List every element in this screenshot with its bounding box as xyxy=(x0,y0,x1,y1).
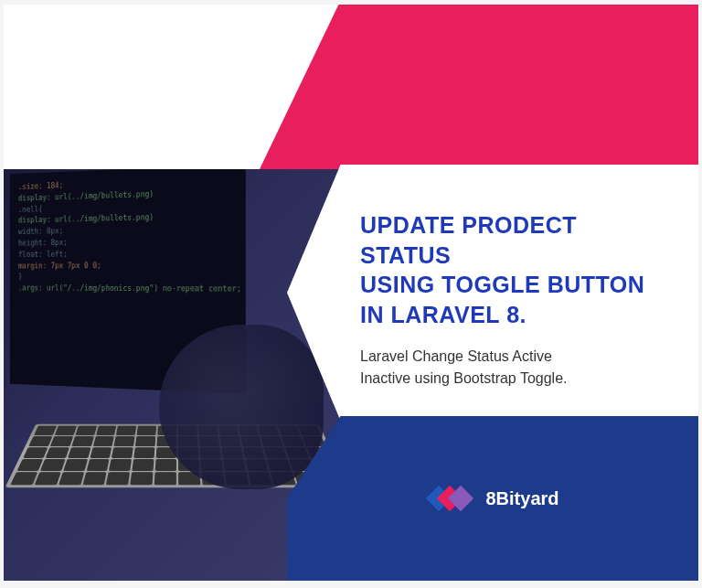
subtitle-line-2: Inactive using Bootstrap Toggle. xyxy=(360,370,568,386)
pink-shape-top xyxy=(260,5,698,169)
subtitle-line-1: Laravel Change Status Active xyxy=(360,348,552,364)
code-line: .args: url("/../img/phonics.png") no-rep… xyxy=(18,283,236,296)
brand-logo-icon xyxy=(426,480,472,517)
banner-container: .size: 184; display: url(../img/bullets.… xyxy=(4,5,698,581)
hand-on-keyboard xyxy=(159,325,324,489)
subtitle: Laravel Change Status Active Inactive us… xyxy=(360,346,662,390)
footer-panel: 8Bityard xyxy=(287,416,698,581)
brand-name: 8Bityard xyxy=(485,488,558,509)
title-line-1: UPDATE PRODECT STATUS xyxy=(360,212,577,268)
content-panel: UPDATE PRODECT STATUS USING TOGGLE BUTTO… xyxy=(287,165,698,421)
main-title: UPDATE PRODECT STATUS USING TOGGLE BUTTO… xyxy=(360,210,662,329)
title-line-2: USING TOGGLE BUTTON xyxy=(360,272,644,297)
title-line-3: IN LARAVEL 8. xyxy=(360,302,526,327)
code-line: } xyxy=(18,272,236,283)
code-line: margin: 7px 7px 0 0; xyxy=(18,260,236,273)
